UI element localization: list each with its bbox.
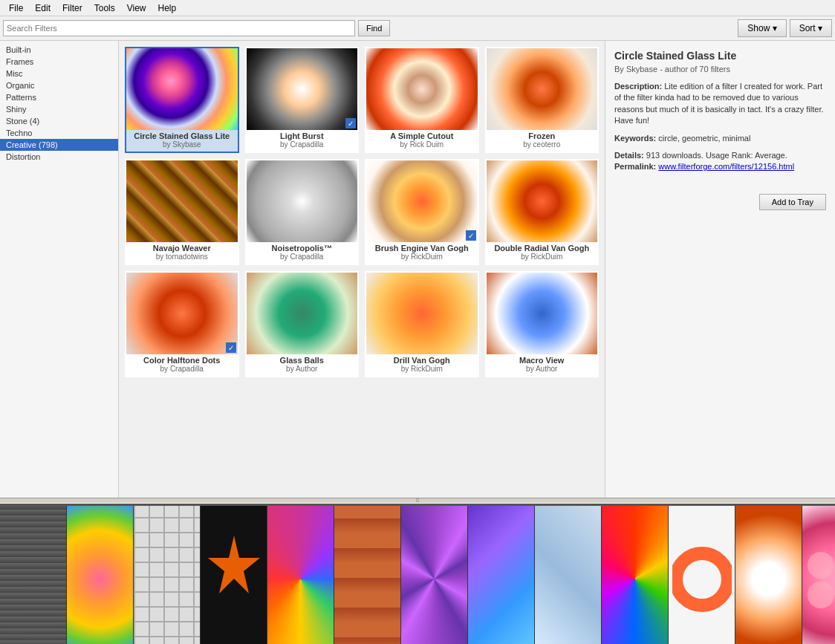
- panel-author: By Skybase - author of 70 filters: [614, 65, 826, 74]
- filter-name-frozen: Frozen: [487, 131, 598, 140]
- filter-author-frozen: by ceoterro: [487, 140, 598, 149]
- tray-item-10[interactable]: [602, 506, 669, 644]
- sort-button[interactable]: Sort ▾: [790, 19, 832, 37]
- tray-area: [0, 504, 835, 644]
- panel-details-text: 913 downloads. Usage Rank: Average.: [646, 151, 787, 160]
- filter-item-frozen[interactable]: Frozen by ceoterro: [485, 47, 600, 153]
- filter-name-brush-engine: Brush Engine Van Gogh: [366, 244, 478, 253]
- filter-item-double-radial[interactable]: Double Radial Van Gogh by RickDuim: [485, 159, 600, 265]
- filter-author-light-burst: by Crapadilla: [247, 140, 358, 149]
- check-overlay-brush-engine: ✓: [466, 230, 476, 241]
- sidebar-item-techno[interactable]: Techno: [0, 127, 118, 139]
- panel-description-label: Description:: [614, 82, 662, 91]
- sidebar-item-shiny[interactable]: Shiny: [0, 103, 118, 115]
- tray-images: [0, 506, 835, 644]
- svg-point-5: [808, 582, 834, 608]
- filter-thumb-row2-col2: [366, 273, 478, 354]
- filter-author-noisetropolis: by Crapadilla: [247, 253, 358, 261]
- filter-grid: Circle Stained Glass Lite by Skybase ✓ L…: [125, 47, 599, 377]
- svg-point-1: [676, 553, 728, 605]
- tray-item-9[interactable]: [535, 506, 602, 644]
- panel-permalink-label: Permalink:: [614, 162, 658, 171]
- filter-item-row2-col0[interactable]: ✓ Color Halftone Dots by Crapadilla: [125, 271, 239, 377]
- filter-item-circle-stained[interactable]: Circle Stained Glass Lite by Skybase: [125, 47, 239, 153]
- filter-name-navajo: Navajo Weaver: [126, 244, 238, 253]
- tray-item-6[interactable]: [334, 506, 401, 644]
- filter-thumb-row2-col1: [247, 273, 358, 354]
- show-button[interactable]: Show ▾: [738, 19, 786, 37]
- panel-keywords: Keywords: circle, geometric, minimal: [614, 133, 826, 144]
- filter-item-navajo[interactable]: Navajo Weaver by tornadotwins: [125, 159, 239, 265]
- sidebar-item-stone[interactable]: Stone (4): [0, 115, 118, 127]
- filter-thumb-circle-stained: [126, 48, 238, 130]
- filter-author-brush-engine: by RickDuim: [366, 253, 478, 261]
- sidebar: Built-in Frames Misc Organic Patterns Sh…: [0, 41, 119, 498]
- tray-item-11[interactable]: [669, 506, 735, 644]
- filter-thumb-frozen: [487, 48, 598, 130]
- filter-thumb-row2-col0: ✓: [126, 273, 238, 354]
- filter-author-double-radial: by RickDuim: [487, 253, 598, 261]
- tray-item-4-svg: [201, 506, 267, 644]
- filter-item-row2-col1[interactable]: Glass Balls by Author: [245, 271, 360, 377]
- sidebar-item-builtin[interactable]: Built-in: [0, 44, 118, 56]
- panel-permalink-link[interactable]: www.filterforge.com/filters/12156.html: [658, 162, 794, 171]
- tray-item-8[interactable]: [468, 506, 535, 644]
- tray-item-11-svg: [672, 524, 732, 635]
- search-bar: Find Show ▾ Sort ▾: [0, 16, 835, 41]
- sidebar-item-frames[interactable]: Frames: [0, 56, 118, 68]
- filter-thumb-brush-engine: ✓: [366, 160, 478, 242]
- sidebar-item-patterns[interactable]: Patterns: [0, 91, 118, 103]
- panel-details-label: Details:: [614, 151, 644, 160]
- filter-name-light-burst: Light Burst: [247, 131, 358, 140]
- filter-item-row2-col2[interactable]: Drill Van Gogh by RickDuim: [365, 271, 479, 377]
- tray-item-13[interactable]: [802, 506, 835, 644]
- menu-help[interactable]: Help: [152, 1, 183, 15]
- filter-thumb-noisetropolis: [247, 160, 358, 242]
- filter-item-simple-cutout[interactable]: A Simple Cutout by Rick Duim: [365, 47, 479, 153]
- panel-description: Description: Lite edition of a filter I …: [614, 81, 826, 127]
- tray-item-5[interactable]: [267, 506, 334, 644]
- filter-author-row2-col2: by RickDuim: [366, 365, 478, 373]
- filter-name-row2-col2: Drill Van Gogh: [366, 356, 478, 365]
- filter-name-noisetropolis: Noisetropolis™: [247, 244, 358, 253]
- filter-thumb-row2-col3: [487, 273, 598, 354]
- filter-item-noisetropolis[interactable]: Noisetropolis™ by Crapadilla: [245, 159, 360, 265]
- panel-divider[interactable]: ⠿: [0, 498, 835, 504]
- tray-item-1[interactable]: [0, 506, 67, 644]
- panel-keywords-text: circle, geometric, minimal: [658, 134, 750, 143]
- filter-name-row2-col3: Macro View: [487, 356, 598, 365]
- sidebar-item-distortion[interactable]: Distortion: [0, 151, 118, 163]
- menu-filter[interactable]: Filter: [56, 1, 88, 15]
- filter-author-navajo: by tornadotwins: [126, 253, 238, 261]
- filter-author-row2-col1: by Author: [247, 365, 358, 373]
- filter-grid-wrapper: Circle Stained Glass Lite by Skybase ✓ L…: [119, 41, 605, 498]
- tray-item-13-svg: [802, 506, 835, 644]
- sidebar-item-misc[interactable]: Misc: [0, 68, 118, 79]
- tray-item-4[interactable]: [201, 506, 267, 644]
- tray-item-3[interactable]: [134, 506, 201, 644]
- tray-item-2[interactable]: [67, 506, 134, 644]
- find-button[interactable]: Find: [358, 20, 390, 36]
- filter-name-row2-col0: Color Halftone Dots: [126, 356, 238, 365]
- menu-view[interactable]: View: [121, 1, 152, 15]
- menubar: File Edit Filter Tools View Help: [0, 0, 835, 16]
- filter-name-double-radial: Double Radial Van Gogh: [487, 244, 598, 253]
- search-input[interactable]: [3, 20, 355, 36]
- sidebar-item-creative[interactable]: Creative (798): [0, 139, 118, 151]
- filter-name-simple-cutout: A Simple Cutout: [366, 131, 478, 140]
- divider-handle: ⠿: [415, 498, 420, 504]
- svg-marker-0: [208, 536, 260, 593]
- sidebar-item-organic[interactable]: Organic: [0, 79, 118, 91]
- tray-item-12[interactable]: [735, 506, 802, 644]
- tray-item-7[interactable]: [401, 506, 468, 644]
- svg-point-3: [808, 552, 834, 579]
- menu-file[interactable]: File: [3, 1, 29, 15]
- menu-tools[interactable]: Tools: [88, 1, 121, 15]
- filter-item-brush-engine[interactable]: ✓ Brush Engine Van Gogh by RickDuim: [365, 159, 479, 265]
- filter-item-light-burst[interactable]: ✓ Light Burst by Crapadilla: [245, 47, 360, 153]
- add-to-tray-button[interactable]: Add to Tray: [759, 194, 826, 210]
- check-overlay-light-burst: ✓: [345, 118, 356, 129]
- panel-details: Details: 913 downloads. Usage Rank: Aver…: [614, 150, 826, 173]
- filter-item-row2-col3[interactable]: Macro View by Author: [485, 271, 600, 377]
- menu-edit[interactable]: Edit: [29, 1, 56, 15]
